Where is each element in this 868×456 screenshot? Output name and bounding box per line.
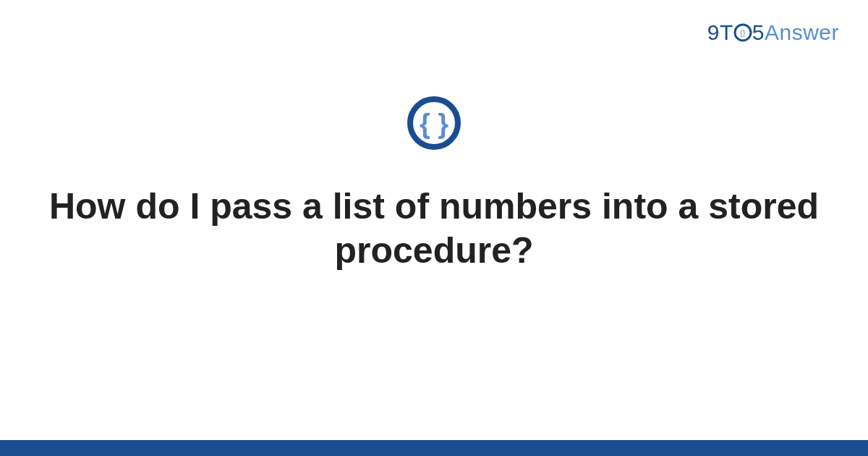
svg-text:{ }: { }: [420, 109, 448, 139]
logo-text-5: 5: [752, 20, 765, 44]
site-logo: 9T{}5Answer: [707, 20, 839, 45]
svg-text:{}: {}: [740, 29, 746, 37]
question-title: How do I pass a list of numbers into a s…: [43, 185, 825, 273]
logo-o-icon: {}: [733, 20, 752, 45]
footer-accent-bar: [0, 440, 868, 456]
logo-text-answer: Answer: [765, 20, 839, 44]
logo-text-9t: 9T: [707, 20, 733, 44]
category-braces-icon: { }: [405, 94, 463, 155]
